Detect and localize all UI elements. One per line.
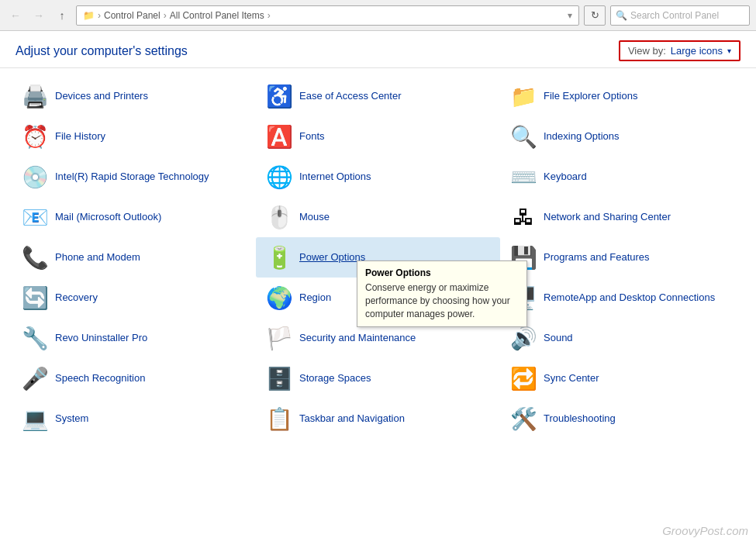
item-sync-center[interactable]: 🔁Sync Center [500,358,744,398]
file-history-icon: ⏰ [21,122,49,150]
system-label: System [55,412,88,426]
header: Adjust your computer's settings View by:… [0,31,756,68]
address-bar: 📁 › Control Panel › All Control Panel It… [76,5,579,26]
item-indexing-options[interactable]: 🔍Indexing Options [500,116,744,157]
item-troubleshooting[interactable]: 🛠️Troubleshooting [500,398,744,439]
search-icon: 🔍 [616,10,627,21]
speech-recognition-label: Speech Recognition [55,372,145,385]
network-sharing-label: Network and Sharing Center [544,211,671,224]
sound-label: Sound [544,332,573,345]
file-explorer-options-icon: 📁 [509,82,537,110]
tooltip-title: Power Options [365,267,519,278]
indexing-options-icon: 🔍 [509,122,537,150]
region-label: Region [299,291,331,305]
intel-rapid-storage-label: Intel(R) Rapid Storage Technology [55,171,209,184]
item-phone-modem[interactable]: 📞Phone and Modem [12,237,256,278]
ease-of-access-icon: ♿ [265,82,293,110]
item-file-history[interactable]: ⏰File History [12,116,256,157]
search-placeholder: Search Control Panel [630,10,719,21]
internet-options-icon: 🌐 [265,163,293,191]
item-network-sharing[interactable]: 🖧Network and Sharing Center [500,197,744,237]
mail-icon: 📧 [21,203,49,231]
phone-modem-icon: 📞 [21,243,49,271]
fonts-icon: 🅰️ [265,122,293,150]
item-taskbar-navigation[interactable]: 📋Taskbar and Navigation [256,398,500,439]
indexing-options-label: Indexing Options [544,130,620,143]
recovery-icon: 🔄 [21,284,49,312]
items-grid: 🖨️Devices and Printers♿Ease of Access Ce… [12,76,744,439]
programs-features-label: Programs and Features [544,251,650,264]
nav-back-button[interactable]: ← [6,6,25,25]
search-box[interactable]: 🔍 Search Control Panel [610,5,750,26]
nav-up-button[interactable]: ↑ [53,6,71,25]
refresh-button[interactable]: ↻ [584,5,606,26]
troubleshooting-label: Troubleshooting [544,412,616,426]
item-devices-and-printers[interactable]: 🖨️Devices and Printers [12,76,256,116]
keyboard-icon: ⌨️ [509,163,537,191]
devices-and-printers-icon: 🖨️ [21,82,49,110]
main-area: Adjust your computer's settings View by:… [0,31,756,545]
remoteapp-label: RemoteApp and Desktop Connections [544,291,715,305]
item-system[interactable]: 💻System [12,398,256,439]
view-by-label: View by: [628,45,666,57]
taskbar-navigation-icon: 📋 [265,405,293,433]
internet-options-label: Internet Options [299,171,371,184]
item-speech-recognition[interactable]: 🎤Speech Recognition [12,358,256,398]
item-mail[interactable]: 📧Mail (Microsoft Outlook) [12,197,256,237]
keyboard-label: Keyboard [544,171,587,184]
item-storage-spaces[interactable]: 🗄️Storage Spaces [256,358,500,398]
ease-of-access-label: Ease of Access Center [299,90,402,103]
view-by-value[interactable]: Large icons [671,45,723,57]
items-container: 🖨️Devices and Printers♿Ease of Access Ce… [0,68,756,545]
item-intel-rapid-storage[interactable]: 💿Intel(R) Rapid Storage Technology [12,157,256,197]
power-options-icon: 🔋 [265,243,293,271]
item-keyboard[interactable]: ⌨️Keyboard [500,157,744,197]
item-mouse[interactable]: 🖱️Mouse [256,197,500,237]
storage-spaces-icon: 🗄️ [265,364,293,392]
intel-rapid-storage-icon: 💿 [21,163,49,191]
titlebar: ← → ↑ 📁 › Control Panel › All Control Pa… [0,0,756,31]
folder-icon: 📁 [83,10,95,21]
troubleshooting-icon: 🛠️ [509,405,537,433]
item-programs-features[interactable]: 💾Programs and Features [500,237,744,278]
view-by-arrow[interactable]: ▾ [727,47,731,55]
mail-label: Mail (Microsoft Outlook) [55,211,161,224]
item-power-options[interactable]: 🔋Power OptionsPower OptionsConserve ener… [256,237,500,278]
region-icon: 🌍 [265,284,293,312]
power-options-tooltip: Power OptionsConserve energy or maximize… [357,260,527,327]
revo-uninstaller-icon: 🔧 [21,324,49,352]
page-title: Adjust your computer's settings [16,44,188,58]
network-sharing-icon: 🖧 [509,203,537,231]
taskbar-navigation-label: Taskbar and Navigation [299,412,405,426]
devices-and-printers-label: Devices and Printers [55,90,148,103]
file-history-label: File History [55,130,105,143]
breadcrumb-control-panel[interactable]: Control Panel [104,10,161,21]
sync-center-label: Sync Center [544,372,599,385]
sync-center-icon: 🔁 [509,364,537,392]
item-fonts[interactable]: 🅰️Fonts [256,116,500,157]
breadcrumb-all-items[interactable]: All Control Panel Items [170,10,264,21]
sound-icon: 🔊 [509,324,537,352]
system-icon: 💻 [21,405,49,433]
mouse-icon: 🖱️ [265,203,293,231]
address-dropdown-arrow[interactable]: ▾ [568,10,572,21]
item-revo-uninstaller[interactable]: 🔧Revo Uninstaller Pro [12,318,256,358]
item-file-explorer-options[interactable]: 📁File Explorer Options [500,76,744,116]
view-by-control[interactable]: View by: Large icons ▾ [619,40,740,61]
tooltip-description: Conserve energy or maximize performance … [365,281,519,320]
power-options-label: Power Options [299,251,365,264]
revo-uninstaller-label: Revo Uninstaller Pro [55,332,147,345]
mouse-label: Mouse [299,211,330,224]
phone-modem-label: Phone and Modem [55,251,140,264]
item-internet-options[interactable]: 🌐Internet Options [256,157,500,197]
security-maintenance-icon: 🏳️ [265,324,293,352]
fonts-label: Fonts [299,130,325,143]
security-maintenance-label: Security and Maintenance [299,332,416,345]
item-remoteapp[interactable]: 🖥️RemoteApp and Desktop Connections [500,278,744,318]
item-ease-of-access[interactable]: ♿Ease of Access Center [256,76,500,116]
storage-spaces-label: Storage Spaces [299,372,371,385]
speech-recognition-icon: 🎤 [21,364,49,392]
item-sound[interactable]: 🔊Sound [500,318,744,358]
item-recovery[interactable]: 🔄Recovery [12,278,256,318]
nav-forward-button[interactable]: → [29,6,48,25]
